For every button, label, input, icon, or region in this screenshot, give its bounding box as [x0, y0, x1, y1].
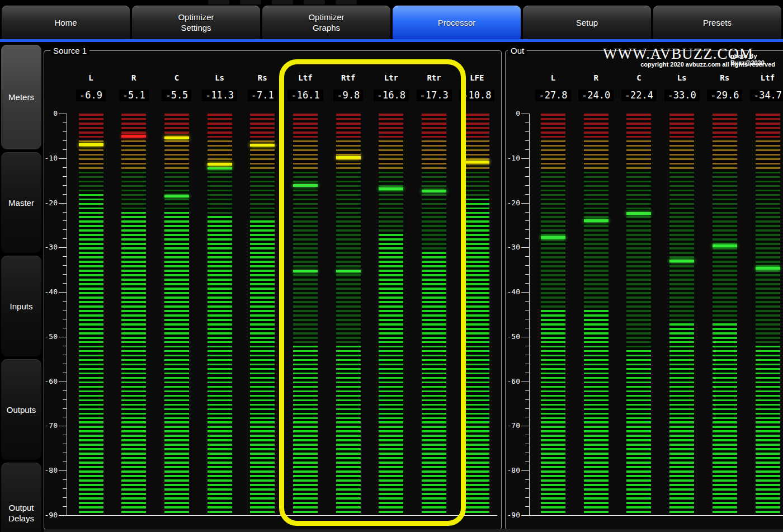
tab-home[interactable]: Home: [2, 6, 130, 39]
tab-optimizer-graphs[interactable]: Optimizer Graphs: [262, 6, 390, 39]
tab-label: Optimizer: [178, 12, 214, 22]
channel-level-value: -33.0: [664, 90, 700, 101]
sidebar-item-output-delays[interactable]: Output Delays: [1, 463, 41, 532]
tab-processor[interactable]: Processor: [393, 6, 521, 39]
meter-segment-mask: [336, 114, 361, 515]
channel-label: Rtf: [327, 73, 370, 82]
db-minor-tick: [525, 346, 529, 346]
sidebar-item-label: Master: [8, 197, 34, 208]
db-major-tick: [521, 470, 529, 471]
db-minor-tick: [525, 274, 529, 275]
source1-meter-group: 0-10-20-30-40-50-60-70-80-90L-6.9R-5.1C-…: [44, 50, 502, 530]
db-minor-tick: [525, 417, 529, 417]
meter-segment-mask: [669, 114, 694, 515]
db-minor-tick: [525, 301, 529, 302]
level-meter: [121, 114, 146, 515]
db-major-tick: [521, 247, 529, 248]
top-edge-artifact: [272, 0, 293, 4]
meter-segment-mask: [250, 114, 275, 515]
channel-label: Rtr: [413, 73, 455, 82]
sidebar-item-meters[interactable]: Meters: [1, 45, 41, 149]
db-minor-tick: [63, 194, 67, 195]
db-minor-tick: [525, 229, 529, 230]
db-minor-tick: [63, 399, 67, 400]
db-major-tick: [59, 426, 67, 426]
db-minor-tick: [525, 310, 529, 310]
db-major-tick: [521, 426, 529, 426]
db-minor-tick: [63, 212, 67, 213]
sidebar-item-label: Inputs: [10, 301, 33, 312]
meter-segment-mask: [207, 114, 232, 515]
tab-optimizer-settings[interactable]: Optimizer Settings: [132, 6, 260, 39]
db-tick-label: 0: [41, 109, 58, 118]
peak-hold-line: [626, 212, 651, 215]
out-meter-group: 0-10-20-30-40-50-60-70-80-90L-27.8R-24.0…: [505, 50, 783, 530]
peak-hold-line: [250, 144, 275, 147]
db-minor-tick: [63, 149, 67, 150]
meter-segment-mask: [422, 114, 446, 515]
tab-presets[interactable]: Presets: [653, 6, 781, 39]
channel-label: Rs: [704, 73, 746, 82]
sidebar-item-outputs[interactable]: Outputs: [1, 359, 41, 460]
meter-segment-mask: [626, 114, 651, 515]
db-minor-tick: [63, 390, 67, 391]
db-tick-label: -60: [41, 377, 58, 386]
channel-level-value: -10.8: [459, 90, 494, 101]
db-major-tick: [59, 470, 67, 471]
db-minor-tick: [525, 462, 529, 462]
db-tick-label: -50: [503, 332, 520, 341]
tab-label: Setup: [576, 17, 598, 28]
db-minor-tick: [525, 319, 529, 319]
tab-label: Optimizer: [308, 12, 344, 22]
db-minor-tick: [525, 435, 529, 435]
channel-level-value: -6.9: [76, 90, 106, 101]
level-meter: [250, 114, 275, 515]
level-meter: [422, 114, 446, 515]
peak-hold-line: [422, 190, 446, 192]
tab-label: Home: [54, 17, 77, 28]
db-minor-tick: [63, 417, 67, 417]
db-minor-tick: [63, 364, 67, 364]
bottom-edge-panel: [44, 529, 783, 532]
meter-segment-mask: [584, 114, 609, 515]
peak-hold-line: [293, 184, 318, 187]
db-minor-tick: [525, 149, 529, 150]
db-tick-label: -80: [41, 466, 58, 475]
db-minor-tick: [525, 220, 529, 221]
db-minor-tick: [63, 123, 67, 123]
db-major-tick: [59, 114, 67, 114]
channel-label: Ltf: [284, 73, 327, 82]
peak-hold-line: [207, 163, 232, 166]
db-major-tick: [521, 337, 529, 337]
channel-level-value: -9.8: [333, 90, 363, 101]
db-minor-tick: [63, 229, 67, 230]
db-minor-tick: [525, 408, 529, 409]
channel-level-value: -27.8: [535, 90, 570, 101]
db-minor-tick: [525, 399, 529, 400]
db-minor-tick: [525, 506, 529, 507]
db-minor-tick: [525, 131, 529, 132]
meter-segment-mask: [164, 114, 189, 515]
db-tick-label: -60: [503, 377, 520, 386]
channel-level-value: -11.3: [202, 90, 237, 101]
tab-label: Presets: [703, 17, 732, 28]
meter-segment-mask: [293, 114, 318, 515]
db-major-tick: [59, 247, 67, 248]
db-tick-label: -10: [503, 154, 520, 163]
db-tick-label: -40: [41, 288, 58, 296]
channel-level-value: -5.1: [119, 90, 149, 101]
db-minor-tick: [525, 355, 529, 355]
db-minor-tick: [525, 265, 529, 266]
meter-bright-mark: [293, 270, 318, 272]
meter-segment-mask: [541, 114, 565, 515]
db-minor-tick: [63, 328, 67, 328]
sidebar-item-inputs[interactable]: Inputs: [1, 256, 41, 356]
tab-setup[interactable]: Setup: [523, 6, 651, 39]
meter-segment-mask: [121, 114, 146, 515]
level-meter: [164, 114, 189, 515]
db-major-tick: [59, 515, 67, 516]
channel-level-value: -16.1: [287, 90, 323, 101]
level-meter: [79, 114, 103, 515]
sidebar-item-master[interactable]: Master: [1, 152, 41, 253]
db-minor-tick: [525, 453, 529, 453]
